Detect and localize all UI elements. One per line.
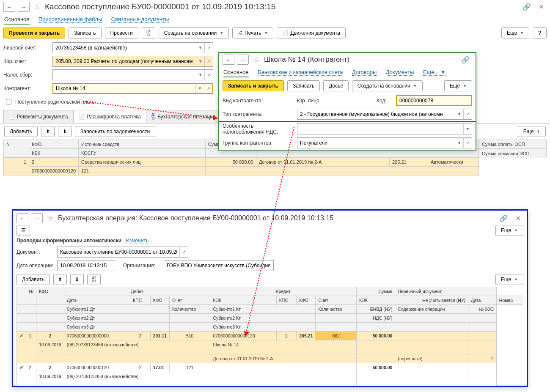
p3-more[interactable]: Еще	[495, 225, 523, 236]
p3-add-button[interactable]: Добавить	[16, 274, 50, 285]
open-icon[interactable]: ↗	[463, 109, 472, 119]
p3-row1-dkps[interactable]: 07060000000000000	[64, 332, 130, 340]
p3-change-link[interactable]: Изменить	[126, 238, 148, 244]
p3-row2-sub1d[interactable]: (06) 20736123458 (в казначействе)	[64, 372, 210, 386]
p3-row2-dkek[interactable]: 121	[169, 363, 210, 372]
nalog-input[interactable]	[53, 70, 196, 80]
p3-row1-n[interactable]: 1	[26, 332, 36, 363]
movements-button[interactable]: 📄Движения документа	[277, 27, 346, 38]
p3-star-icon[interactable]: ☆	[45, 214, 55, 223]
card-dossier[interactable]: Досье	[323, 80, 349, 91]
p3-nav-fwd[interactable]: →	[31, 213, 43, 223]
dtkt-icon-button[interactable]: ДтКт	[142, 27, 155, 38]
p3-row1-kkps[interactable]: 07060000000000120	[210, 332, 276, 340]
licevoy-input[interactable]	[53, 43, 196, 53]
p3-row2-dschet[interactable]: 17.01	[150, 363, 169, 372]
move-up-button[interactable]: ⬆	[41, 126, 55, 137]
card-link-icon[interactable]: 🔗	[459, 56, 472, 64]
p3-tab-icon[interactable]: ☰	[16, 225, 30, 236]
p3-row2-n[interactable]: 2	[26, 363, 36, 386]
cell-n[interactable]: 1	[4, 158, 29, 175]
more-button[interactable]: Еще	[501, 27, 529, 38]
cell-kosgu[interactable]: 121	[79, 167, 206, 175]
open-icon[interactable]: ↗	[204, 70, 213, 80]
tab-rekvizity[interactable]: 📄Реквизиты документа	[3, 110, 74, 123]
p3-row1-sum[interactable]: 50 000,00	[357, 332, 395, 340]
tab-files[interactable]: Присоединенные файлы	[38, 16, 102, 23]
dropdown-icon[interactable]: ▼	[463, 124, 472, 134]
tab-linked[interactable]: Связанные документы	[111, 16, 169, 23]
favorite-star-icon[interactable]: ☆	[32, 2, 42, 11]
fill-by-debt-button[interactable]: Заполнить по задолженности	[75, 126, 155, 137]
nav-forward-button[interactable]: →	[18, 2, 30, 12]
open-icon[interactable]: ↗	[204, 43, 213, 53]
dropdown-icon[interactable]: ▼	[196, 43, 204, 53]
p3-row2-dkps[interactable]: 07060000000000120	[64, 363, 130, 372]
tab-main[interactable]: Основное	[4, 16, 30, 25]
dropdown-icon[interactable]: ▼	[196, 56, 204, 66]
card-nav-fwd[interactable]: →	[237, 55, 249, 65]
p3-row1-nzo[interactable]: 2	[468, 354, 497, 363]
p3-row1-sub1k[interactable]: Школа № 14	[210, 340, 357, 354]
post-and-close-button[interactable]: Провести и закрыть	[3, 27, 65, 38]
p3-row1-dkek[interactable]: 510	[169, 332, 210, 340]
p3-row1-kschet[interactable]: 205.21	[297, 332, 316, 340]
p3-link-icon[interactable]: 🔗	[497, 214, 510, 222]
tab-bukhoper[interactable]: ДтКтБухгалтерская операция	[146, 110, 221, 123]
korschet-input[interactable]	[53, 56, 196, 66]
cell-prim[interactable]: Договор от 01.01.2019 № 2-А	[256, 158, 389, 167]
card-osob-input[interactable]	[297, 124, 463, 134]
cell-summa[interactable]: 50 000,00	[205, 158, 256, 167]
p3-row1-kkek[interactable]: 662	[316, 332, 357, 340]
p3-row1-dkfo[interactable]: 2	[130, 332, 151, 340]
print-button[interactable]: 🖨Печать	[232, 27, 273, 38]
save-button[interactable]: Записать	[69, 27, 101, 38]
help-button[interactable]: ?	[533, 27, 547, 38]
card-tab-doc[interactable]: Документы	[386, 69, 414, 76]
card-tab-dog[interactable]: Договоры	[352, 69, 377, 76]
p3-up[interactable]: ⬆	[53, 274, 67, 285]
open-icon[interactable]: ↗	[204, 84, 212, 93]
card-tab-osn[interactable]: Основное	[223, 69, 249, 77]
dropdown-icon[interactable]: ▼	[455, 138, 463, 148]
parent-payment-checkbox[interactable]	[6, 99, 11, 104]
p3-date-input[interactable]	[58, 260, 126, 271]
p3-row1-sub2k[interactable]: Договор от 01.01.2019 № 2-А	[210, 354, 357, 363]
dropdown-icon[interactable]: ▼	[196, 70, 204, 80]
p3-nav-back[interactable]: ←	[16, 213, 28, 223]
card-kod-input[interactable]	[397, 96, 471, 105]
move-down-button[interactable]: ⬇	[58, 126, 72, 137]
card-more[interactable]: Еще	[444, 80, 472, 91]
more-button-2[interactable]: Еще	[518, 126, 546, 137]
p3-row2-date[interactable]: 10.09.2019 …	[36, 372, 64, 386]
p3-row2-dkfo[interactable]: 2	[130, 363, 151, 372]
card-tip-input[interactable]	[297, 109, 455, 119]
p3-row2-kfo[interactable]: 2	[36, 363, 64, 372]
open-icon[interactable]: ↗	[204, 56, 213, 66]
card-tab-bank[interactable]: Банковские и казначейские счета	[258, 69, 343, 76]
p3-row1-kfo[interactable]: 2	[36, 332, 64, 340]
card-group-input[interactable]	[297, 138, 455, 148]
tab-rasshifrovka[interactable]: 📄Расшифровка платежа	[73, 110, 146, 123]
cell-auto[interactable]: Автоматически	[428, 158, 479, 167]
copy-link-icon[interactable]: 🔗	[520, 3, 534, 11]
nav-back-button[interactable]: ←	[3, 2, 15, 12]
dropdown-icon[interactable]: ▼	[455, 109, 463, 119]
card-create[interactable]: Создать на основании	[352, 80, 422, 91]
card-tab-eshe[interactable]: Еще... ▼	[423, 69, 446, 76]
p3-row2-sum[interactable]: 50 000,00	[357, 363, 395, 372]
p3-org-input[interactable]	[164, 260, 273, 271]
dropdown-icon[interactable]: ▼	[195, 84, 204, 93]
p3-down[interactable]: ⬇	[70, 274, 84, 285]
post-button[interactable]: Провести	[105, 27, 138, 38]
p3-row1-dschet[interactable]: 201.11	[150, 332, 169, 340]
card-star-icon[interactable]: ☆	[251, 55, 261, 64]
card-nav-back[interactable]: ←	[223, 55, 234, 65]
create-based-on-button[interactable]: Создать на основании	[159, 27, 229, 38]
p3-doc-input[interactable]	[58, 247, 179, 257]
add-row-button[interactable]: Добавить	[4, 126, 38, 137]
cell-acc[interactable]: 205.21	[389, 158, 428, 167]
close-icon[interactable]: ✕	[536, 3, 547, 11]
cell-istoch[interactable]: Средства юридических лиц	[79, 158, 206, 167]
kontragent-input[interactable]	[53, 84, 195, 93]
